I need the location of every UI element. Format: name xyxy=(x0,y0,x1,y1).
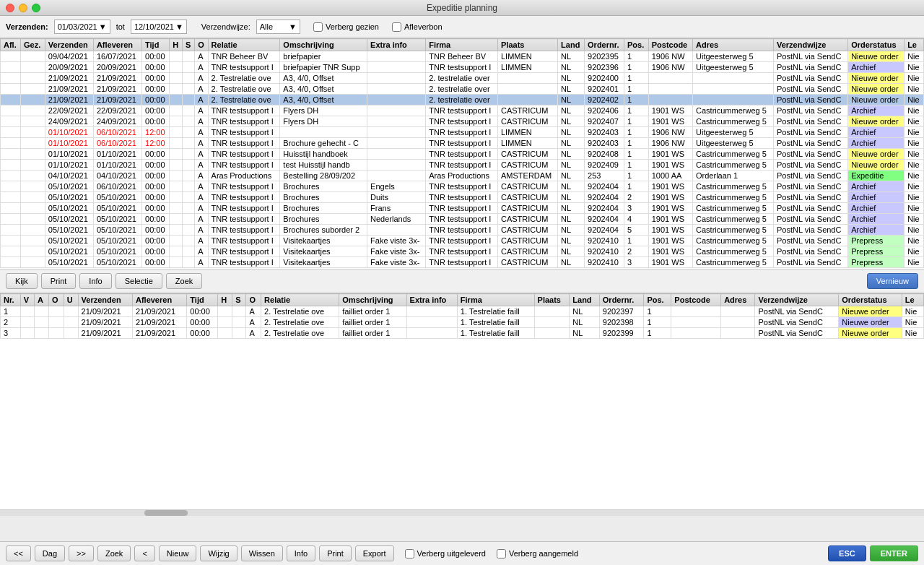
print-button-bottom[interactable]: Print xyxy=(319,545,352,561)
bottom-header-verzenden[interactable]: Verzenden xyxy=(78,294,132,306)
table-row[interactable]: 321/09/202121/09/202100:00A2. Testrelati… xyxy=(1,328,924,339)
next-next-button[interactable]: >> xyxy=(69,545,94,561)
verberg-aangemeld-checkbox[interactable] xyxy=(497,549,506,558)
vernieuw-button[interactable]: Vernieuw xyxy=(867,273,918,289)
table-row[interactable]: 21/09/202121/09/202100:00A2. Testrelatie… xyxy=(1,84,924,95)
top-header-postcode[interactable]: Postcode xyxy=(648,39,692,51)
table-row[interactable]: 01/10/202101/10/202100:00ATNR testsuppor… xyxy=(1,160,924,171)
top-header-s[interactable]: S xyxy=(183,39,195,51)
bottom-header-postcode[interactable]: Postcode xyxy=(671,294,721,306)
table-row[interactable]: 21/09/202121/09/202100:00A2. Testrelatie… xyxy=(1,95,924,105)
verberg-uitgeleverd-checkbox[interactable] xyxy=(405,549,414,558)
table-row[interactable]: 01/10/202106/10/202112:00ATNR testsuppor… xyxy=(1,138,924,149)
top-header-omschrijving[interactable]: Omschrijving xyxy=(280,39,367,51)
top-header-orderstatus[interactable]: Orderstatus xyxy=(848,39,905,51)
bottom-header-le[interactable]: Le xyxy=(902,294,923,306)
bottom-header-omschrijving[interactable]: Omschrijving xyxy=(339,294,406,306)
top-header-relatie[interactable]: Relatie xyxy=(208,39,280,51)
selectie-button[interactable]: Selectie xyxy=(116,273,162,289)
enter-button[interactable]: ENTER xyxy=(870,545,918,561)
nav-left-button[interactable]: < xyxy=(134,545,154,561)
table-row[interactable]: 21/09/202121/09/202100:00A2. Testrelatie… xyxy=(1,73,924,84)
export-button[interactable]: Export xyxy=(355,545,394,561)
bottom-header-o[interactable]: O xyxy=(246,294,261,306)
wijzig-button[interactable]: Wijzig xyxy=(200,545,237,561)
print-button-top[interactable]: Print xyxy=(41,273,77,289)
top-header-pos-[interactable]: Pos. xyxy=(624,39,648,51)
table-row[interactable]: 121/09/202121/09/202100:00A2. Testrelati… xyxy=(1,306,924,317)
top-header-ordernr-[interactable]: Ordernr. xyxy=(585,39,624,51)
top-header-firma[interactable]: Firma xyxy=(426,39,498,51)
bottom-header-v[interactable]: V xyxy=(20,294,34,306)
bottom-header-u[interactable]: U xyxy=(64,294,78,306)
top-header-land[interactable]: Land xyxy=(558,39,585,51)
table-row[interactable]: 05/10/202105/10/202100:00ATNR testsuppor… xyxy=(1,246,924,257)
table-row[interactable]: 22/09/202122/09/202100:00ATNR testsuppor… xyxy=(1,105,924,116)
zoek-button-top[interactable]: Zoek xyxy=(166,273,202,289)
bottom-header-relatie[interactable]: Relatie xyxy=(261,294,339,306)
top-header-afleveren[interactable]: Afleveren xyxy=(93,39,141,51)
top-header-plaats[interactable]: Plaats xyxy=(498,39,558,51)
zoek-button-bottom[interactable]: Zoek xyxy=(97,545,131,561)
top-header-afl-[interactable]: Afl. xyxy=(1,39,21,51)
date-to-input[interactable]: 12/10/2021 ▼ xyxy=(131,20,187,34)
top-header-le[interactable]: Le xyxy=(905,39,924,51)
bottom-header-plaats[interactable]: Plaats xyxy=(534,294,570,306)
top-header-verzenden[interactable]: Verzenden xyxy=(45,39,93,51)
info-button-bottom[interactable]: Info xyxy=(287,545,315,561)
verzendwijze-label: Verzendwijze: xyxy=(201,22,250,31)
top-header-verzendwijze[interactable]: Verzendwijze xyxy=(773,39,847,51)
top-header-gez-[interactable]: Gez. xyxy=(21,39,45,51)
table-row[interactable]: 01/10/202101/10/202100:00ATNR testsuppor… xyxy=(1,149,924,160)
bottom-header-o[interactable]: O xyxy=(49,294,64,306)
verberg-gezien-checkbox[interactable] xyxy=(313,22,323,32)
table-row[interactable]: 20/09/202120/09/202100:00ATNR testsuppor… xyxy=(1,62,924,73)
top-header-tijd[interactable]: Tijd xyxy=(142,39,170,51)
bottom-header-ordernr-[interactable]: Ordernr. xyxy=(599,294,644,306)
table-row[interactable]: 05/10/202105/10/202100:00ATNR testsuppor… xyxy=(1,203,924,214)
table-row[interactable]: 05/10/202106/10/202100:00ATNR testsuppor… xyxy=(1,181,924,192)
bottom-header-s[interactable]: S xyxy=(232,294,246,306)
table-row[interactable]: 09/04/202116/07/202100:00ATNR Beheer BVb… xyxy=(1,51,924,62)
top-header-o[interactable]: O xyxy=(195,39,208,51)
bottom-header-verzendwijze[interactable]: Verzendwijze xyxy=(755,294,839,306)
bottom-header-extra-info[interactable]: Extra info xyxy=(406,294,457,306)
info-button-top[interactable]: Info xyxy=(79,273,111,289)
verzendwijze-select[interactable]: Alle ▼ xyxy=(256,20,300,34)
table-row[interactable]: 05/10/202105/10/202100:00ATNR testsuppor… xyxy=(1,214,924,225)
date-from-input[interactable]: 01/03/2021 ▼ xyxy=(54,20,110,34)
scrollbar-thumb[interactable] xyxy=(144,510,188,516)
bottom-header-nr-[interactable]: Nr. xyxy=(1,294,21,306)
table-row[interactable]: 24/09/202124/09/202100:00ATNR testsuppor… xyxy=(1,116,924,127)
kijk-button[interactable]: Kijk xyxy=(6,273,38,289)
bottom-header-afleveren[interactable]: Afleveren xyxy=(132,294,186,306)
bottom-header-a[interactable]: A xyxy=(35,294,49,306)
nieuw-button[interactable]: Nieuw xyxy=(159,545,197,561)
table-row[interactable]: 05/10/202105/10/202100:00ATNR testsuppor… xyxy=(1,236,924,246)
afleverbon-checkbox[interactable] xyxy=(392,22,401,32)
table-row[interactable]: 04/10/202104/10/202100:00AAras Productio… xyxy=(1,171,924,181)
bottom-header-adres[interactable]: Adres xyxy=(721,294,755,306)
dag-button[interactable]: Dag xyxy=(35,545,65,561)
bottom-header-land[interactable]: Land xyxy=(570,294,600,306)
bottom-header-orderstatus[interactable]: Orderstatus xyxy=(839,294,902,306)
bottom-header-h[interactable]: H xyxy=(218,294,232,306)
table-row[interactable]: 05/10/202105/10/202100:00ATNR testsuppor… xyxy=(1,192,924,203)
table-row[interactable]: 05/10/202105/10/202100:00ATNR testsuppor… xyxy=(1,257,924,268)
bottom-header-pos-[interactable]: Pos. xyxy=(644,294,671,306)
top-header-h[interactable]: H xyxy=(170,39,183,51)
esc-button[interactable]: ESC xyxy=(828,545,866,561)
bottom-header-firma[interactable]: Firma xyxy=(457,294,534,306)
top-header-extra-info[interactable]: Extra info xyxy=(367,39,426,51)
top-header-adres[interactable]: Adres xyxy=(693,39,774,51)
table-row[interactable]: 221/09/202121/09/202100:00A2. Testrelati… xyxy=(1,317,924,328)
table-row[interactable]: 01/10/202106/10/202112:00ATNR testsuppor… xyxy=(1,127,924,138)
maximize-button[interactable] xyxy=(32,4,40,12)
table-row[interactable]: 05/10/202105/10/202100:00ATNR testsuppor… xyxy=(1,225,924,236)
prev-prev-button[interactable]: << xyxy=(6,545,31,561)
close-button[interactable] xyxy=(6,4,14,12)
wissen-button[interactable]: Wissen xyxy=(241,545,283,561)
bottom-header-tijd[interactable]: Tijd xyxy=(187,294,218,306)
minimize-button[interactable] xyxy=(19,4,27,12)
toolbar: Verzenden: 01/03/2021 ▼ tot 12/10/2021 ▼… xyxy=(0,16,924,38)
